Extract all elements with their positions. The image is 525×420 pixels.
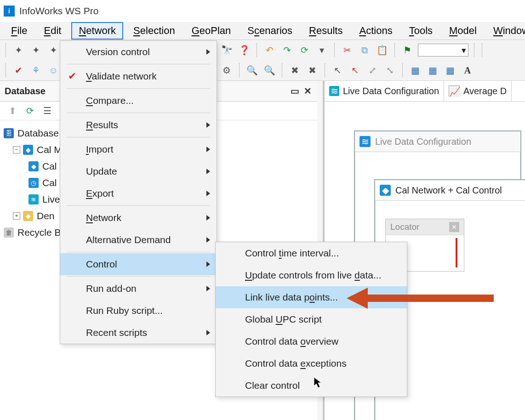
menu-scenarios[interactable]: Scenarios [241,23,299,39]
menu-results[interactable]: Results [60,114,217,136]
locator-line [456,238,457,267]
menu-model[interactable]: Model [443,23,483,39]
db-list-icon[interactable]: ☰ [40,104,54,118]
chart-icon: 📈 [449,85,460,96]
network-menu: Version control ✔ Validate network Compa… [60,40,217,344]
tool-pointer-icon[interactable]: ↖ [331,63,344,77]
database-icon: 🗄 [4,128,14,138]
menu-tools[interactable]: Tools [403,23,439,39]
menu-update[interactable]: Update [60,160,217,182]
tool-validate-icon[interactable]: ✔ [11,63,25,77]
clock-icon: ◷ [29,178,39,188]
tool-new-folder-icon[interactable]: ✦ [29,43,43,57]
tool-flag-icon[interactable]: ⚑ [400,43,414,57]
db-refresh-icon[interactable]: ⟳ [23,104,37,118]
menu-geoplan[interactable]: GeoPlan [185,23,238,39]
menu-alternative-demand[interactable]: Alternative Demand [60,229,217,251]
check-icon: ✔ [67,71,78,82]
app-title: InfoWorks WS Pro [19,6,98,17]
tab-average[interactable]: 📈 Average D [444,81,512,101]
menu-recent-scripts[interactable]: Recent scripts [60,322,217,344]
wifi-icon: ≋ [329,86,339,96]
app-icon: i [4,6,15,17]
tab-live-data[interactable]: ≋ Live Data Configuration [325,81,444,101]
network-icon: ◆ [29,161,39,171]
menu-network-sub[interactable]: Network [60,207,217,229]
tool-new-doc-icon[interactable]: ✦ [46,43,60,57]
network-icon: ◆ [380,185,391,196]
menu-run-ruby[interactable]: Run Ruby script... [60,300,217,322]
document-tabs: ≋ Live Data Configuration 📈 Average D [325,81,525,102]
locator-header[interactable]: Locator ✕ [386,219,464,235]
tool-select-red-icon[interactable]: ↖ [348,63,362,77]
collapse-icon[interactable]: − [13,146,20,153]
tool-gear1-icon[interactable]: ⚙ [220,63,234,77]
submenu-global-upc-script[interactable]: Global UPC script [216,308,407,330]
annotation-arrow-icon [347,288,498,309]
window-header[interactable]: ◆ Cal Network + Cal Control [375,180,525,201]
demand-icon: ◆ [23,211,33,221]
bin-icon: 🗑 [4,227,14,238]
tool-copy-icon[interactable]: ⧉ [358,43,371,57]
tool-grid3-icon[interactable]: ▦ [443,63,457,77]
submenu-update-controls[interactable]: Update controls from live data... [216,264,407,286]
tool-grid1-icon[interactable]: ▦ [408,63,422,77]
titlebar: i InfoWorks WS Pro [0,0,525,22]
submenu-control-data-exceptions[interactable]: Control data exceptions [216,352,407,375]
control-submenu: Control time interval... Update controls… [215,242,407,397]
menu-actions[interactable]: Actions [353,23,399,39]
tool-binoculars-icon[interactable]: 🔭 [220,43,234,57]
menu-selection[interactable]: Selection [127,23,182,39]
menu-validate-network[interactable]: ✔ Validate network [60,65,217,87]
menu-run-addon[interactable]: Run add-on [60,278,217,300]
tool-grid2-icon[interactable]: ▦ [426,63,439,77]
menu-compare[interactable]: Compare... [60,90,217,112]
tool-paste-icon[interactable]: 📋 [375,43,389,57]
workspace: Database ▭ ✕ ⬆ ⟳ ☰ 🗄 Database − ◆ Cal Mo… [0,81,525,420]
menu-edit[interactable]: Edit [37,23,68,39]
tool-new-icon[interactable]: ✦ [11,43,25,57]
tool-find-a-icon[interactable]: 🔍 [245,63,259,77]
wifi-icon: ≋ [360,136,371,147]
close-icon[interactable]: ✕ [449,222,459,232]
tool-select-b-icon[interactable]: ⤡ [383,63,397,77]
submenu-control-time-interval[interactable]: Control time interval... [216,242,407,264]
mouse-cursor-icon [314,377,323,391]
expand-icon[interactable]: + [13,212,20,220]
submenu-clear-control[interactable]: Clear control [216,375,407,397]
tool-users-icon[interactable]: ⚘ [29,63,43,77]
panel-maximize-icon[interactable]: ▭ [290,86,300,96]
tool-select-a-icon[interactable]: ⤢ [365,63,379,77]
menu-network[interactable]: Network [71,22,123,40]
svg-marker-1 [347,288,368,309]
tool-delete-all-icon[interactable]: ✖ [305,63,319,77]
svg-rect-0 [360,295,494,302]
tool-cut-icon[interactable]: ✂ [340,43,354,57]
panel-close-icon[interactable]: ✕ [302,86,313,96]
tool-help-icon[interactable]: ❓ [237,43,251,57]
tool-find-xy-icon[interactable]: 🔍 [262,63,276,77]
tool-text-icon[interactable]: A [461,63,474,77]
tool-dropdown-icon[interactable]: ▾ [315,43,329,57]
submenu-control-data-overview[interactable]: Control data overview [216,330,407,352]
menu-window[interactable]: Window [487,23,525,39]
wifi-icon: ≋ [29,194,39,204]
tool-user-icon[interactable]: ☺ [46,63,60,77]
menu-results[interactable]: Results [302,23,349,39]
tool-undo-icon[interactable]: ↶ [262,43,276,57]
database-panel-title: Database [5,86,46,96]
menubar: File Edit Network Selection GeoPlan Scen… [0,22,525,40]
menu-version-control[interactable]: Version control [60,41,217,63]
menu-file[interactable]: File [5,23,34,39]
menu-control[interactable]: Control [60,253,217,275]
tool-flag-combo[interactable]: ▾ [418,44,468,57]
menu-import[interactable]: Import [60,138,217,160]
tool-redo-icon[interactable]: ↷ [280,43,294,57]
tool-delete-icon[interactable]: ✖ [288,63,302,77]
tool-refresh-icon[interactable]: ⟳ [297,43,311,57]
network-icon: ◆ [23,145,33,155]
db-up-icon[interactable]: ⬆ [6,104,19,118]
menu-export[interactable]: Export [60,182,217,204]
window-header[interactable]: ≋ Live Data Configuration [355,131,520,152]
